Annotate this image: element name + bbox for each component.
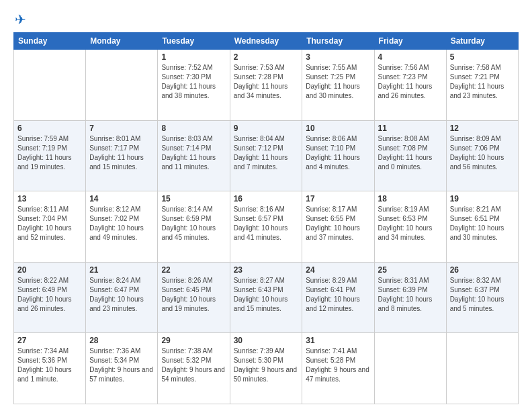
logo-bird-icon: ✈ xyxy=(15,12,26,27)
day-info: Sunrise: 8:12 AMSunset: 7:02 PMDaylight:… xyxy=(89,205,154,242)
calendar-cell: 23Sunrise: 8:27 AMSunset: 6:43 PMDayligh… xyxy=(230,262,302,333)
calendar-header-row: SundayMondayTuesdayWednesdayThursdayFrid… xyxy=(14,33,519,50)
calendar-cell xyxy=(14,50,86,121)
day-number: 26 xyxy=(450,265,515,275)
day-info: Sunrise: 8:31 AMSunset: 6:39 PMDaylight:… xyxy=(378,276,443,314)
logo: ✈ xyxy=(13,12,26,26)
day-info: Sunrise: 8:17 AMSunset: 6:55 PMDaylight:… xyxy=(306,205,370,242)
day-info: Sunrise: 8:26 AMSunset: 6:45 PMDaylight:… xyxy=(161,276,226,314)
day-info: Sunrise: 7:41 AMSunset: 5:28 PMDaylight:… xyxy=(306,347,370,384)
calendar-cell: 10Sunrise: 8:06 AMSunset: 7:10 PMDayligh… xyxy=(302,120,374,191)
page: ✈ SundayMondayTuesdayWednesdayThursdayFr… xyxy=(0,0,532,411)
day-number: 4 xyxy=(378,52,443,62)
day-number: 23 xyxy=(234,265,299,275)
day-info: Sunrise: 8:08 AMSunset: 7:08 PMDaylight:… xyxy=(378,134,443,172)
calendar-week-5: 27Sunrise: 7:34 AMSunset: 5:36 PMDayligh… xyxy=(14,333,519,404)
day-info: Sunrise: 8:29 AMSunset: 6:41 PMDaylight:… xyxy=(306,276,370,314)
day-info: Sunrise: 8:06 AMSunset: 7:10 PMDaylight:… xyxy=(306,134,370,172)
calendar-cell: 13Sunrise: 8:11 AMSunset: 7:04 PMDayligh… xyxy=(14,191,86,263)
day-info: Sunrise: 8:09 AMSunset: 7:06 PMDaylight:… xyxy=(450,134,515,172)
calendar-cell: 21Sunrise: 8:24 AMSunset: 6:47 PMDayligh… xyxy=(86,262,158,333)
day-info: Sunrise: 8:24 AMSunset: 6:47 PMDaylight:… xyxy=(89,276,154,314)
calendar-cell xyxy=(446,333,518,404)
day-number: 14 xyxy=(89,194,154,203)
calendar-header-sunday: Sunday xyxy=(14,33,86,50)
day-number: 30 xyxy=(234,336,299,345)
calendar-cell: 31Sunrise: 7:41 AMSunset: 5:28 PMDayligh… xyxy=(302,333,374,404)
day-info: Sunrise: 7:52 AMSunset: 7:30 PMDaylight:… xyxy=(161,63,226,101)
day-number: 21 xyxy=(89,265,154,275)
calendar-week-2: 6Sunrise: 7:59 AMSunset: 7:19 PMDaylight… xyxy=(14,120,519,191)
day-info: Sunrise: 7:59 AMSunset: 7:19 PMDaylight:… xyxy=(17,134,82,172)
day-info: Sunrise: 8:32 AMSunset: 6:37 PMDaylight:… xyxy=(450,276,515,314)
day-number: 10 xyxy=(306,124,370,133)
day-number: 7 xyxy=(89,124,154,133)
calendar-cell xyxy=(86,50,158,121)
day-number: 13 xyxy=(17,194,82,203)
day-info: Sunrise: 8:22 AMSunset: 6:49 PMDaylight:… xyxy=(17,276,82,314)
calendar-cell: 1Sunrise: 7:52 AMSunset: 7:30 PMDaylight… xyxy=(158,50,230,121)
day-number: 16 xyxy=(234,194,299,203)
calendar-cell: 27Sunrise: 7:34 AMSunset: 5:36 PMDayligh… xyxy=(14,333,86,404)
calendar-cell: 5Sunrise: 7:58 AMSunset: 7:21 PMDaylight… xyxy=(446,50,518,121)
calendar-header-tuesday: Tuesday xyxy=(158,33,230,50)
day-number: 2 xyxy=(234,52,299,62)
calendar-cell: 22Sunrise: 8:26 AMSunset: 6:45 PMDayligh… xyxy=(158,262,230,333)
calendar-table: SundayMondayTuesdayWednesdayThursdayFrid… xyxy=(13,32,519,404)
day-number: 11 xyxy=(378,124,443,133)
day-number: 29 xyxy=(161,336,226,345)
day-info: Sunrise: 8:16 AMSunset: 6:57 PMDaylight:… xyxy=(234,205,299,242)
calendar-week-4: 20Sunrise: 8:22 AMSunset: 6:49 PMDayligh… xyxy=(14,262,519,333)
calendar-cell: 4Sunrise: 7:56 AMSunset: 7:23 PMDaylight… xyxy=(374,50,446,121)
calendar-cell: 30Sunrise: 7:39 AMSunset: 5:30 PMDayligh… xyxy=(230,333,302,404)
calendar-cell: 28Sunrise: 7:36 AMSunset: 5:34 PMDayligh… xyxy=(86,333,158,404)
day-info: Sunrise: 8:01 AMSunset: 7:17 PMDaylight:… xyxy=(89,134,154,172)
calendar-cell: 2Sunrise: 7:53 AMSunset: 7:28 PMDaylight… xyxy=(230,50,302,121)
calendar-cell: 7Sunrise: 8:01 AMSunset: 7:17 PMDaylight… xyxy=(86,120,158,191)
calendar-cell xyxy=(374,333,446,404)
calendar-cell: 3Sunrise: 7:55 AMSunset: 7:25 PMDaylight… xyxy=(302,50,374,121)
day-info: Sunrise: 8:11 AMSunset: 7:04 PMDaylight:… xyxy=(17,205,82,242)
calendar-header-friday: Friday xyxy=(374,33,446,50)
calendar-header-monday: Monday xyxy=(86,33,158,50)
day-info: Sunrise: 7:36 AMSunset: 5:34 PMDaylight:… xyxy=(89,347,154,384)
calendar-cell: 15Sunrise: 8:14 AMSunset: 6:59 PMDayligh… xyxy=(158,191,230,263)
day-info: Sunrise: 8:03 AMSunset: 7:14 PMDaylight:… xyxy=(161,134,226,172)
calendar-cell: 29Sunrise: 7:38 AMSunset: 5:32 PMDayligh… xyxy=(158,333,230,404)
day-info: Sunrise: 7:55 AMSunset: 7:25 PMDaylight:… xyxy=(306,63,370,101)
calendar-cell: 17Sunrise: 8:17 AMSunset: 6:55 PMDayligh… xyxy=(302,191,374,263)
day-number: 28 xyxy=(89,336,154,345)
calendar-cell: 24Sunrise: 8:29 AMSunset: 6:41 PMDayligh… xyxy=(302,262,374,333)
calendar-week-3: 13Sunrise: 8:11 AMSunset: 7:04 PMDayligh… xyxy=(14,191,519,263)
day-info: Sunrise: 7:58 AMSunset: 7:21 PMDaylight:… xyxy=(450,63,515,101)
day-info: Sunrise: 7:53 AMSunset: 7:28 PMDaylight:… xyxy=(234,63,299,101)
day-number: 25 xyxy=(378,265,443,275)
calendar-cell: 14Sunrise: 8:12 AMSunset: 7:02 PMDayligh… xyxy=(86,191,158,263)
calendar-week-1: 1Sunrise: 7:52 AMSunset: 7:30 PMDaylight… xyxy=(14,50,519,121)
day-number: 17 xyxy=(306,194,370,203)
calendar-header-wednesday: Wednesday xyxy=(230,33,302,50)
day-number: 27 xyxy=(17,336,82,345)
day-number: 31 xyxy=(306,336,370,345)
day-number: 6 xyxy=(17,124,82,133)
day-number: 1 xyxy=(161,52,226,62)
calendar-cell: 8Sunrise: 8:03 AMSunset: 7:14 PMDaylight… xyxy=(158,120,230,191)
day-number: 5 xyxy=(450,52,515,62)
day-number: 9 xyxy=(234,124,299,133)
day-info: Sunrise: 7:39 AMSunset: 5:30 PMDaylight:… xyxy=(234,347,299,384)
calendar-cell: 25Sunrise: 8:31 AMSunset: 6:39 PMDayligh… xyxy=(374,262,446,333)
calendar-cell: 9Sunrise: 8:04 AMSunset: 7:12 PMDaylight… xyxy=(230,120,302,191)
day-number: 20 xyxy=(17,265,82,275)
calendar-cell: 6Sunrise: 7:59 AMSunset: 7:19 PMDaylight… xyxy=(14,120,86,191)
calendar-cell: 11Sunrise: 8:08 AMSunset: 7:08 PMDayligh… xyxy=(374,120,446,191)
calendar-cell: 16Sunrise: 8:16 AMSunset: 6:57 PMDayligh… xyxy=(230,191,302,263)
calendar-cell: 19Sunrise: 8:21 AMSunset: 6:51 PMDayligh… xyxy=(446,191,518,263)
day-number: 15 xyxy=(161,194,226,203)
calendar-header-saturday: Saturday xyxy=(446,33,518,50)
calendar-cell: 26Sunrise: 8:32 AMSunset: 6:37 PMDayligh… xyxy=(446,262,518,333)
day-number: 22 xyxy=(161,265,226,275)
day-info: Sunrise: 7:56 AMSunset: 7:23 PMDaylight:… xyxy=(378,63,443,101)
day-info: Sunrise: 8:04 AMSunset: 7:12 PMDaylight:… xyxy=(234,134,299,172)
day-info: Sunrise: 8:21 AMSunset: 6:51 PMDaylight:… xyxy=(450,205,515,242)
day-number: 24 xyxy=(306,265,370,275)
